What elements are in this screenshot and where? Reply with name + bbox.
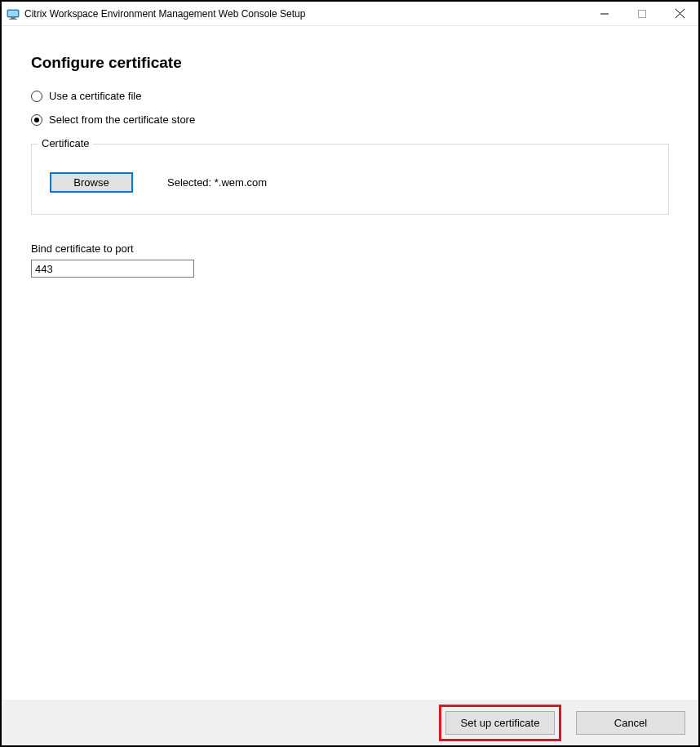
window-title: Citrix Workspace Environment Management … — [24, 8, 586, 20]
svg-rect-5 — [639, 10, 646, 17]
selected-certificate-text: Selected: *.wem.com — [167, 176, 267, 189]
maximize-button[interactable] — [623, 2, 661, 25]
radio-select-store[interactable]: Select from the certificate store — [31, 113, 669, 126]
setup-certificate-button[interactable]: Set up certificate — [445, 711, 555, 735]
app-icon — [7, 7, 20, 20]
radio-use-file[interactable]: Use a certificate file — [31, 90, 669, 102]
setup-highlight: Set up certificate — [439, 705, 561, 741]
radio-selected-icon — [31, 114, 42, 126]
svg-rect-2 — [11, 17, 16, 19]
radio-circle-icon — [31, 91, 42, 102]
port-input[interactable] — [31, 260, 194, 278]
cancel-button[interactable]: Cancel — [576, 711, 685, 735]
certificate-group: Certificate Browse Selected: *.wem.com — [31, 144, 669, 215]
close-button[interactable] — [661, 2, 698, 25]
footer: Set up certificate Cancel — [2, 700, 698, 745]
radio-label-file: Use a certificate file — [49, 90, 141, 102]
page-title: Configure certificate — [31, 54, 669, 72]
svg-rect-1 — [8, 11, 18, 16]
minimize-button[interactable] — [586, 2, 623, 25]
browse-button[interactable]: Browse — [50, 172, 133, 193]
radio-label-store: Select from the certificate store — [49, 113, 195, 126]
certificate-legend: Certificate — [38, 137, 93, 149]
window-controls — [586, 2, 698, 25]
port-label: Bind certificate to port — [31, 242, 669, 255]
titlebar: Citrix Workspace Environment Management … — [2, 2, 698, 26]
svg-rect-3 — [9, 19, 17, 20]
content-area: Configure certificate Use a certificate … — [2, 26, 698, 700]
